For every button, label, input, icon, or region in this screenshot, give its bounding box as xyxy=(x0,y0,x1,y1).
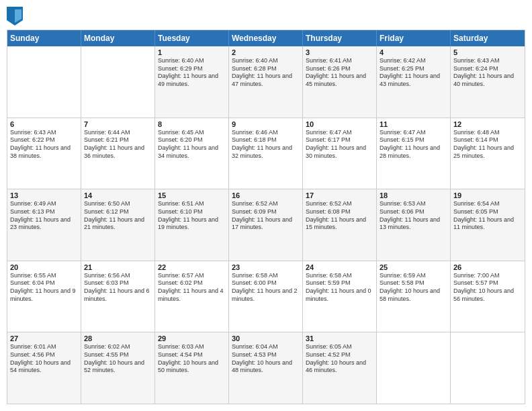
day-number: 8 xyxy=(158,120,226,128)
day-of-week-header: Thursday xyxy=(303,30,377,46)
cell-info: Sunrise: 6:57 AM Sunset: 6:02 PM Dayligh… xyxy=(158,272,226,304)
cell-info: Sunrise: 6:53 AM Sunset: 6:06 PM Dayligh… xyxy=(380,200,447,232)
cell-info: Sunrise: 6:47 AM Sunset: 6:17 PM Dayligh… xyxy=(306,129,373,161)
calendar-cell: 11Sunrise: 6:47 AM Sunset: 6:15 PM Dayli… xyxy=(377,118,451,189)
cell-info: Sunrise: 6:50 AM Sunset: 6:12 PM Dayligh… xyxy=(84,200,152,232)
day-of-week-header: Wednesday xyxy=(229,30,303,46)
day-number: 26 xyxy=(453,263,522,271)
cell-info: Sunrise: 6:58 AM Sunset: 6:00 PM Dayligh… xyxy=(232,272,300,304)
cell-info: Sunrise: 6:56 AM Sunset: 6:03 PM Dayligh… xyxy=(84,272,152,304)
day-of-week-header: Tuesday xyxy=(155,30,229,46)
day-number: 6 xyxy=(10,120,78,128)
calendar-row: 13Sunrise: 6:49 AM Sunset: 6:13 PM Dayli… xyxy=(7,189,525,261)
day-number: 1 xyxy=(158,48,226,56)
calendar-cell: 14Sunrise: 6:50 AM Sunset: 6:12 PM Dayli… xyxy=(81,189,155,261)
calendar-cell: 7Sunrise: 6:44 AM Sunset: 6:21 PM Daylig… xyxy=(81,118,155,189)
cell-info: Sunrise: 6:04 AM Sunset: 4:53 PM Dayligh… xyxy=(232,343,300,375)
calendar-cell: 3Sunrise: 6:41 AM Sunset: 6:26 PM Daylig… xyxy=(303,46,377,118)
day-number: 12 xyxy=(453,120,522,128)
cell-info: Sunrise: 6:40 AM Sunset: 6:29 PM Dayligh… xyxy=(158,57,226,89)
day-number: 22 xyxy=(158,263,226,271)
cell-info: Sunrise: 6:58 AM Sunset: 5:59 PM Dayligh… xyxy=(306,272,373,304)
cell-info: Sunrise: 6:55 AM Sunset: 6:04 PM Dayligh… xyxy=(10,272,78,304)
calendar-header: SundayMondayTuesdayWednesdayThursdayFrid… xyxy=(7,30,525,46)
day-of-week-header: Saturday xyxy=(451,30,525,46)
calendar: SundayMondayTuesdayWednesdayThursdayFrid… xyxy=(7,30,525,404)
cell-info: Sunrise: 6:42 AM Sunset: 6:25 PM Dayligh… xyxy=(380,57,447,89)
calendar-cell xyxy=(377,332,451,404)
day-of-week-header: Sunday xyxy=(7,30,81,46)
cell-info: Sunrise: 6:03 AM Sunset: 4:54 PM Dayligh… xyxy=(158,343,226,375)
day-of-week-header: Friday xyxy=(377,30,451,46)
calendar-cell xyxy=(451,332,525,404)
day-number: 25 xyxy=(380,263,447,271)
day-number: 18 xyxy=(380,191,447,199)
calendar-cell: 23Sunrise: 6:58 AM Sunset: 6:00 PM Dayli… xyxy=(229,261,303,332)
calendar-row: 20Sunrise: 6:55 AM Sunset: 6:04 PM Dayli… xyxy=(7,261,525,332)
calendar-cell: 2Sunrise: 6:40 AM Sunset: 6:28 PM Daylig… xyxy=(229,46,303,118)
cell-info: Sunrise: 6:51 AM Sunset: 6:10 PM Dayligh… xyxy=(158,200,226,232)
calendar-cell: 12Sunrise: 6:48 AM Sunset: 6:14 PM Dayli… xyxy=(451,118,525,189)
cell-info: Sunrise: 6:01 AM Sunset: 4:56 PM Dayligh… xyxy=(10,343,78,375)
cell-info: Sunrise: 6:43 AM Sunset: 6:24 PM Dayligh… xyxy=(453,57,522,89)
header xyxy=(7,7,525,26)
day-number: 20 xyxy=(10,263,78,271)
day-number: 27 xyxy=(10,334,78,342)
cell-info: Sunrise: 6:46 AM Sunset: 6:18 PM Dayligh… xyxy=(232,129,300,161)
calendar-cell: 1Sunrise: 6:40 AM Sunset: 6:29 PM Daylig… xyxy=(155,46,229,118)
calendar-cell: 20Sunrise: 6:55 AM Sunset: 6:04 PM Dayli… xyxy=(7,261,81,332)
calendar-cell: 19Sunrise: 6:54 AM Sunset: 6:05 PM Dayli… xyxy=(451,189,525,261)
day-number: 13 xyxy=(10,191,78,199)
calendar-row: 27Sunrise: 6:01 AM Sunset: 4:56 PM Dayli… xyxy=(7,332,525,404)
calendar-cell: 31Sunrise: 6:05 AM Sunset: 4:52 PM Dayli… xyxy=(303,332,377,404)
calendar-cell: 18Sunrise: 6:53 AM Sunset: 6:06 PM Dayli… xyxy=(377,189,451,261)
day-number: 11 xyxy=(380,120,447,128)
calendar-cell: 27Sunrise: 6:01 AM Sunset: 4:56 PM Dayli… xyxy=(7,332,81,404)
day-number: 14 xyxy=(84,191,152,199)
cell-info: Sunrise: 6:05 AM Sunset: 4:52 PM Dayligh… xyxy=(306,343,373,375)
calendar-row: 1Sunrise: 6:40 AM Sunset: 6:29 PM Daylig… xyxy=(7,46,525,118)
calendar-cell: 8Sunrise: 6:45 AM Sunset: 6:20 PM Daylig… xyxy=(155,118,229,189)
cell-info: Sunrise: 6:47 AM Sunset: 6:15 PM Dayligh… xyxy=(380,129,447,161)
day-number: 23 xyxy=(232,263,300,271)
day-number: 16 xyxy=(232,191,300,199)
cell-info: Sunrise: 6:54 AM Sunset: 6:05 PM Dayligh… xyxy=(453,200,522,232)
day-of-week-header: Monday xyxy=(81,30,155,46)
day-number: 5 xyxy=(453,48,522,56)
calendar-cell: 15Sunrise: 6:51 AM Sunset: 6:10 PM Dayli… xyxy=(155,189,229,261)
calendar-cell: 9Sunrise: 6:46 AM Sunset: 6:18 PM Daylig… xyxy=(229,118,303,189)
calendar-row: 6Sunrise: 6:43 AM Sunset: 6:22 PM Daylig… xyxy=(7,118,525,189)
calendar-cell: 29Sunrise: 6:03 AM Sunset: 4:54 PM Dayli… xyxy=(155,332,229,404)
cell-info: Sunrise: 6:44 AM Sunset: 6:21 PM Dayligh… xyxy=(84,129,152,161)
cell-info: Sunrise: 6:59 AM Sunset: 5:58 PM Dayligh… xyxy=(380,272,447,304)
logo-icon xyxy=(7,7,23,26)
calendar-cell: 5Sunrise: 6:43 AM Sunset: 6:24 PM Daylig… xyxy=(451,46,525,118)
day-number: 7 xyxy=(84,120,152,128)
calendar-cell: 26Sunrise: 7:00 AM Sunset: 5:57 PM Dayli… xyxy=(451,261,525,332)
cell-info: Sunrise: 6:41 AM Sunset: 6:26 PM Dayligh… xyxy=(306,57,373,89)
calendar-cell: 21Sunrise: 6:56 AM Sunset: 6:03 PM Dayli… xyxy=(81,261,155,332)
day-number: 10 xyxy=(306,120,373,128)
calendar-cell: 24Sunrise: 6:58 AM Sunset: 5:59 PM Dayli… xyxy=(303,261,377,332)
calendar-cell xyxy=(81,46,155,118)
day-number: 2 xyxy=(232,48,300,56)
calendar-cell: 10Sunrise: 6:47 AM Sunset: 6:17 PM Dayli… xyxy=(303,118,377,189)
cell-info: Sunrise: 6:45 AM Sunset: 6:20 PM Dayligh… xyxy=(158,129,226,161)
day-number: 9 xyxy=(232,120,300,128)
calendar-cell: 13Sunrise: 6:49 AM Sunset: 6:13 PM Dayli… xyxy=(7,189,81,261)
day-number: 17 xyxy=(306,191,373,199)
cell-info: Sunrise: 6:52 AM Sunset: 6:09 PM Dayligh… xyxy=(232,200,300,232)
day-number: 4 xyxy=(380,48,447,56)
day-number: 30 xyxy=(232,334,300,342)
logo xyxy=(7,7,26,26)
day-number: 24 xyxy=(306,263,373,271)
cell-info: Sunrise: 6:48 AM Sunset: 6:14 PM Dayligh… xyxy=(453,129,522,161)
day-number: 31 xyxy=(306,334,373,342)
day-number: 19 xyxy=(453,191,522,199)
cell-info: Sunrise: 6:43 AM Sunset: 6:22 PM Dayligh… xyxy=(10,129,78,161)
day-number: 3 xyxy=(306,48,373,56)
calendar-cell: 17Sunrise: 6:52 AM Sunset: 6:08 PM Dayli… xyxy=(303,189,377,261)
calendar-cell: 16Sunrise: 6:52 AM Sunset: 6:09 PM Dayli… xyxy=(229,189,303,261)
cell-info: Sunrise: 6:02 AM Sunset: 4:55 PM Dayligh… xyxy=(84,343,152,375)
calendar-cell: 4Sunrise: 6:42 AM Sunset: 6:25 PM Daylig… xyxy=(377,46,451,118)
